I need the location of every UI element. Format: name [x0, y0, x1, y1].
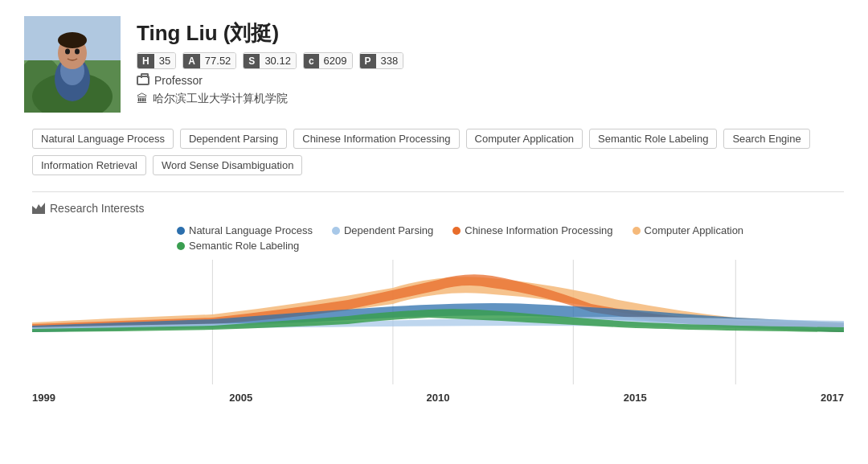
tag-item[interactable]: Information Retrieval: [32, 155, 146, 175]
metric-key: S: [244, 54, 260, 68]
chart-labels: 19992005201020152017: [32, 388, 844, 404]
tag-item[interactable]: Word Sense Disambiguation: [153, 155, 303, 175]
legend-item: Semantic Role Labeling: [177, 240, 299, 252]
chart-container: [32, 260, 844, 388]
chart-year-label: 2015: [624, 392, 647, 404]
metric-value: 77.52: [200, 53, 236, 68]
profile-header: Ting Liu (刘挺) H35A77.52S30.12c6209P338 P…: [24, 16, 844, 113]
legend-dot: [177, 242, 185, 250]
legend-dot: [332, 227, 340, 235]
metric-badge-c: c6209: [303, 52, 353, 69]
metric-key: A: [183, 54, 200, 68]
tag-item[interactable]: Computer Application: [466, 129, 583, 149]
metric-badge-h: H35: [137, 52, 176, 69]
metric-key: c: [304, 54, 319, 68]
svg-point-8: [58, 32, 87, 48]
profile-role: Professor: [137, 74, 403, 87]
legend-label: Computer Application: [645, 224, 744, 236]
chart-legend: Natural Language ProcessDependent Parsin…: [32, 224, 844, 252]
research-section: Research Interests Natural Language Proc…: [24, 191, 844, 404]
metric-key: P: [360, 54, 376, 68]
chart-icon: [32, 203, 45, 214]
svg-point-9: [65, 49, 70, 55]
tag-item[interactable]: Natural Language Process: [32, 129, 174, 149]
tag-item[interactable]: Semantic Role Labeling: [589, 129, 717, 149]
tags-section: Natural Language ProcessDependent Parsin…: [24, 129, 844, 175]
profile-info: Ting Liu (刘挺) H35A77.52S30.12c6209P338 P…: [137, 16, 403, 113]
chart-year-label: 1999: [32, 392, 55, 404]
tag-item[interactable]: Dependent Parsing: [180, 129, 287, 149]
chart-year-label: 2017: [821, 392, 844, 404]
profile-name: Ting Liu (刘挺): [137, 19, 403, 47]
legend-dot: [633, 227, 641, 235]
legend-label: Chinese Information Processing: [465, 224, 612, 236]
briefcase-icon: [137, 76, 149, 85]
tag-item[interactable]: Chinese Information Processing: [293, 129, 459, 149]
metric-badge-s: S30.12: [243, 52, 297, 69]
research-chart: [32, 260, 844, 388]
metric-value: 30.12: [260, 53, 296, 68]
metric-value: 6209: [319, 53, 352, 68]
legend-item: Natural Language Process: [177, 224, 313, 236]
metric-badge-p: P338: [359, 52, 404, 69]
building-icon: 🏛: [137, 92, 148, 105]
avatar: [24, 16, 121, 113]
legend-label: Dependent Parsing: [344, 224, 433, 236]
legend-item: Computer Application: [633, 224, 744, 236]
metrics-row: H35A77.52S30.12c6209P338: [137, 52, 403, 69]
chart-year-label: 2005: [229, 392, 252, 404]
tag-item[interactable]: Search Engine: [723, 129, 809, 149]
legend-dot: [452, 227, 461, 235]
legend-item: Chinese Information Processing: [452, 224, 612, 236]
legend-item: Dependent Parsing: [332, 224, 433, 236]
metric-value: 35: [154, 53, 175, 68]
svg-marker-11: [32, 203, 45, 214]
research-title: Research Interests: [32, 191, 844, 215]
metric-value: 338: [376, 53, 403, 68]
chart-year-label: 2010: [427, 392, 450, 404]
legend-dot: [177, 227, 185, 235]
profile-affiliation: 🏛 哈尔滨工业大学计算机学院: [137, 92, 403, 106]
metric-badge-a: A77.52: [182, 52, 236, 69]
metric-key: H: [137, 54, 154, 68]
legend-label: Natural Language Process: [189, 224, 313, 236]
svg-point-10: [75, 49, 80, 55]
legend-label: Semantic Role Labeling: [189, 240, 299, 252]
